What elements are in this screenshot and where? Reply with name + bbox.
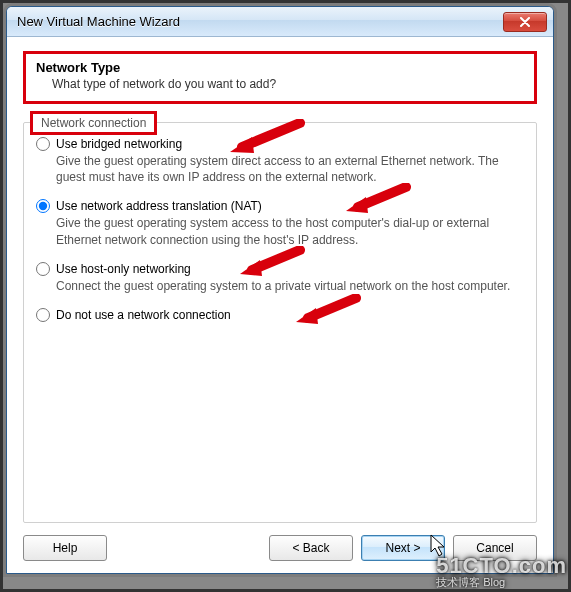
- radio-hostonly[interactable]: [36, 262, 50, 276]
- option-bridged: Use bridged networking Give the guest op…: [36, 137, 524, 185]
- option-hostonly: Use host-only networking Connect the gue…: [36, 262, 524, 294]
- page-header: Network Type What type of network do you…: [23, 51, 537, 104]
- radio-bridged[interactable]: [36, 137, 50, 151]
- option-hostonly-label: Use host-only networking: [56, 262, 191, 276]
- option-nat: Use network address translation (NAT) Gi…: [36, 199, 524, 247]
- option-hostonly-row[interactable]: Use host-only networking: [36, 262, 524, 276]
- radio-nat[interactable]: [36, 199, 50, 213]
- back-button[interactable]: < Back: [269, 535, 353, 561]
- help-button[interactable]: Help: [23, 535, 107, 561]
- close-button[interactable]: [503, 12, 547, 32]
- option-nat-label: Use network address translation (NAT): [56, 199, 262, 213]
- option-bridged-desc: Give the guest operating system direct a…: [56, 153, 524, 185]
- client-area: Network Type What type of network do you…: [7, 37, 553, 573]
- option-hostonly-desc: Connect the guest operating system to a …: [56, 278, 524, 294]
- watermark-main: 51CTO.com: [436, 555, 567, 577]
- close-icon: [519, 17, 531, 27]
- option-none: Do not use a network connection: [36, 308, 524, 322]
- option-none-label: Do not use a network connection: [56, 308, 231, 322]
- window-title: New Virtual Machine Wizard: [17, 14, 503, 29]
- radio-none[interactable]: [36, 308, 50, 322]
- watermark: 51CTO.com 技术博客 Blog: [436, 555, 567, 588]
- wizard-window: New Virtual Machine Wizard Network Type …: [6, 6, 554, 574]
- option-none-row[interactable]: Do not use a network connection: [36, 308, 524, 322]
- option-nat-desc: Give the guest operating system access t…: [56, 215, 524, 247]
- option-bridged-row[interactable]: Use bridged networking: [36, 137, 524, 151]
- page-subtitle: What type of network do you want to add?: [52, 77, 524, 91]
- titlebar: New Virtual Machine Wizard: [7, 7, 553, 37]
- group-legend: Network connection: [30, 111, 157, 135]
- option-bridged-label: Use bridged networking: [56, 137, 182, 151]
- watermark-sub: 技术博客 Blog: [436, 577, 567, 588]
- network-connection-group: Network connection Use bridged networkin…: [23, 122, 537, 523]
- option-nat-row[interactable]: Use network address translation (NAT): [36, 199, 524, 213]
- next-button[interactable]: Next >: [361, 535, 445, 561]
- page-title: Network Type: [36, 60, 524, 75]
